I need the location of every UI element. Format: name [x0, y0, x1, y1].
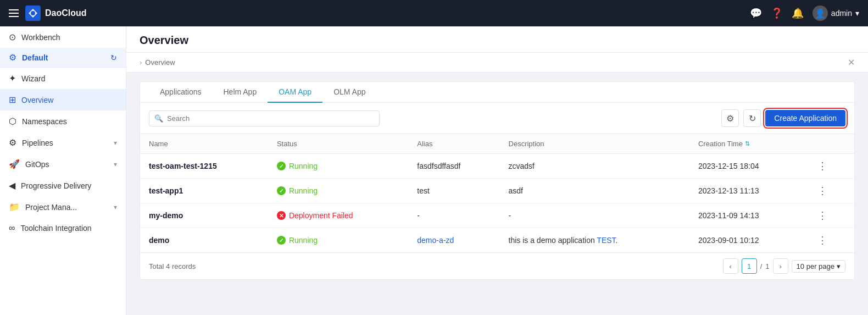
col-header-creation-time[interactable]: Creation Time ⇅ — [689, 134, 806, 154]
applications-table: Name Status Alias Description Creation T… — [140, 134, 854, 252]
chevron-down-icon: ▾ — [114, 203, 117, 211]
default-refresh-icon[interactable]: ↻ — [110, 53, 117, 62]
namespaces-icon: ⬡ — [9, 116, 16, 126]
sidebar-item-overview[interactable]: ⊞ Overview — [0, 89, 126, 110]
search-box: 🔍 — [149, 110, 380, 126]
col-header-actions — [806, 134, 854, 154]
sidebar-item-namespaces[interactable]: ⬡ Namespaces — [0, 110, 126, 132]
sidebar-item-progressive-delivery[interactable]: ◀ Progressive Delivery — [0, 175, 126, 196]
cell-alias: fasdfsdffasdf — [408, 154, 499, 179]
chevron-down-icon: ▾ — [114, 139, 117, 147]
cell-name: my-demo — [140, 203, 268, 228]
sidebar-item-gitops[interactable]: 🚀 GitOps ▾ — [0, 153, 126, 175]
table-row: my-demo Deployment Failed - - 2023-11-09… — [140, 203, 854, 228]
cell-description: this is a demo application TEST. — [500, 228, 689, 253]
sidebar-item-label: Namespaces — [22, 117, 117, 126]
chat-icon[interactable]: 💬 — [750, 7, 762, 19]
cell-creation-time: 2023-12-15 18:04 — [689, 154, 806, 179]
sidebar-item-workbench[interactable]: ⊙ Workbench — [0, 26, 126, 48]
more-actions-icon[interactable]: ⋮ — [815, 158, 830, 174]
avatar: 👤 — [813, 5, 828, 21]
alias-value: fasdfsdffasdf — [417, 162, 460, 170]
col-header-status: Status — [268, 134, 408, 154]
cell-actions: ⋮ — [806, 228, 854, 253]
pipelines-icon: ⚙ — [9, 137, 16, 148]
cell-creation-time: 2023-12-13 11:13 — [689, 179, 806, 203]
content-area: Applications Helm App OAM App OLM App 🔍 … — [126, 73, 868, 315]
svg-point-1 — [31, 11, 35, 15]
pagination-current[interactable]: 1 — [742, 258, 757, 274]
status-dot-green — [277, 162, 286, 170]
breadcrumb-close-icon[interactable]: ✕ — [848, 57, 855, 68]
status-running: Running — [277, 186, 399, 195]
tab-applications[interactable]: Applications — [149, 82, 213, 103]
navbar: DaoCloud 💬 ❓ 🔔 👤 admin ▾ — [0, 0, 868, 26]
sidebar-item-pipelines[interactable]: ⚙ Pipelines ▾ — [0, 132, 126, 153]
app-name[interactable]: test-app1 — [149, 186, 183, 195]
notification-icon[interactable]: 🔔 — [792, 7, 804, 19]
table-row: test-app1 Running test asdf 2023-12-13 1… — [140, 179, 854, 203]
logo-icon — [25, 5, 41, 21]
search-icon: 🔍 — [154, 114, 163, 123]
sidebar-item-label: Workbench — [21, 33, 117, 42]
description-value: - — [509, 211, 511, 220]
cell-actions: ⋮ — [806, 179, 854, 203]
status-failed: Deployment Failed — [277, 211, 399, 220]
more-actions-icon[interactable]: ⋮ — [815, 233, 830, 248]
navbar-right: 💬 ❓ 🔔 👤 admin ▾ — [750, 5, 859, 21]
cell-name: demo — [140, 228, 268, 253]
status-label: Deployment Failed — [289, 211, 353, 220]
more-actions-icon[interactable]: ⋮ — [815, 183, 830, 198]
settings-icon[interactable]: ⚙ — [721, 109, 739, 127]
app-name[interactable]: demo — [149, 236, 169, 245]
pagination-prev[interactable]: ‹ — [723, 258, 738, 274]
logo-text: DaoCloud — [45, 8, 87, 18]
chevron-down-icon: ▾ — [114, 161, 117, 168]
col-header-alias: Alias — [408, 134, 499, 154]
create-application-button[interactable]: Create Application — [765, 110, 845, 126]
cell-description: zcvadsf — [500, 154, 689, 179]
status-dot-red — [277, 211, 286, 220]
sort-icon: ⇅ — [745, 140, 750, 147]
cell-actions: ⋮ — [806, 154, 854, 179]
default-label: Default — [22, 53, 105, 62]
cell-creation-time: 2023-09-01 10:12 — [689, 228, 806, 253]
alias-value: test — [417, 186, 430, 195]
description-value: asdf — [509, 186, 523, 195]
cell-alias: - — [408, 203, 499, 228]
sidebar-item-label: GitOps — [25, 160, 108, 169]
per-page-select[interactable]: 10 per page ▾ — [792, 260, 845, 273]
sidebar-item-label: Overview — [21, 96, 117, 104]
user-menu[interactable]: 👤 admin ▾ — [813, 5, 859, 21]
creation-time-sort: Creation Time ⇅ — [698, 140, 798, 148]
pagination-separator: / — [760, 262, 763, 270]
status-running: Running — [277, 162, 399, 170]
gitops-icon: 🚀 — [9, 159, 20, 169]
sidebar-item-project-management[interactable]: 📁 Project Mana... ▾ — [0, 196, 126, 218]
more-actions-icon[interactable]: ⋮ — [815, 208, 830, 223]
sidebar-item-toolchain[interactable]: ∞ Toolchain Integration — [0, 218, 126, 239]
sidebar-default[interactable]: ⚙ Default ↻ — [0, 48, 126, 68]
alias-link[interactable]: demo-a-zd — [417, 236, 454, 245]
tab-oam-app[interactable]: OAM App — [268, 82, 322, 103]
sidebar-item-wizard[interactable]: ✦ Wizard — [0, 68, 126, 89]
tab-helm-app[interactable]: Helm App — [213, 82, 268, 103]
cell-status: Deployment Failed — [268, 203, 408, 228]
toolbar: 🔍 ⚙ ↻ Create Application — [140, 103, 854, 134]
app-name[interactable]: my-demo — [149, 211, 183, 220]
table-row: demo Running demo-a-zd this is a demo ap… — [140, 228, 854, 253]
status-label: Running — [289, 186, 318, 195]
help-icon[interactable]: ❓ — [771, 7, 783, 19]
status-running: Running — [277, 236, 399, 245]
hamburger-menu[interactable] — [9, 9, 19, 17]
cell-actions: ⋮ — [806, 203, 854, 228]
app-name[interactable]: test-oam-test-1215 — [149, 162, 217, 170]
breadcrumb: › Overview ✕ — [126, 52, 868, 72]
tab-olm-app[interactable]: OLM App — [322, 82, 376, 103]
refresh-icon[interactable]: ↻ — [743, 109, 761, 127]
alias-value: - — [417, 211, 420, 220]
pagination-next[interactable]: › — [773, 258, 788, 274]
search-input[interactable] — [149, 110, 380, 126]
status-label: Running — [289, 236, 318, 245]
description-value: this is a demo application TEST. — [509, 236, 618, 245]
